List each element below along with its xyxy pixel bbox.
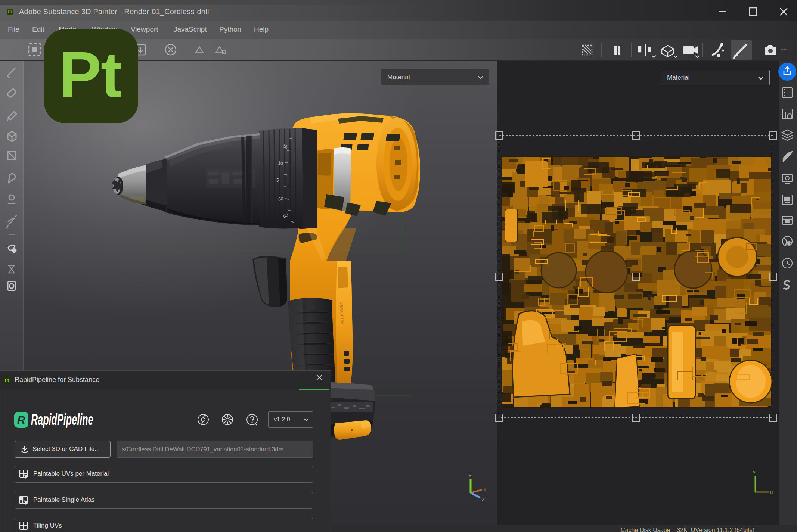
svg-text:Y: Y	[468, 473, 472, 478]
svg-text:u: u	[770, 489, 773, 495]
svg-text:R: R	[17, 414, 25, 426]
svg-text:X: X	[483, 487, 487, 492]
svg-text:v: v	[753, 469, 756, 475]
svg-text:Z: Z	[482, 497, 485, 502]
